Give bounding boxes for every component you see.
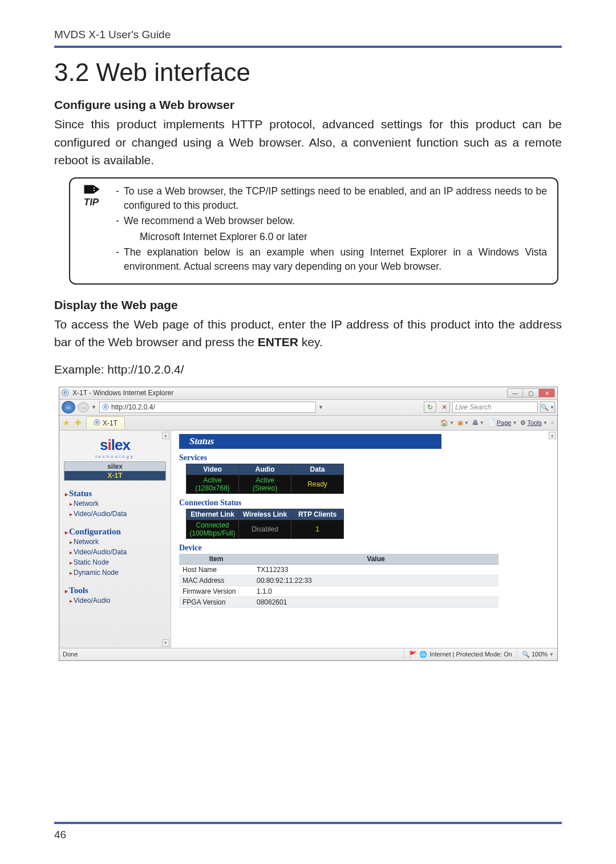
browser-tabbar: ★ ✚ ⓔ X-1T 🏠▼ ▣▼ 🖶▼ 📄 Page▼ ⚙ Tools▼ »	[59, 416, 557, 431]
browser-navbar: ← → ▼ ⓔ http://10.2.0.4/ ▼ ↻ ✕ Live Sear…	[59, 400, 557, 416]
enter-key: ENTER	[258, 335, 298, 348]
example-url: Example: http://10.2.0.4/	[54, 363, 562, 376]
nav-config-dynamic[interactable]: ▸Dynamic Node	[70, 567, 168, 578]
services-col-audio: Audio	[239, 464, 291, 474]
favorites-icon[interactable]: ★	[63, 418, 70, 427]
tip-box: TIP -To use a Web browser, the TCP/IP se…	[69, 177, 558, 285]
device-table: Item Value Host NameTX112233 MAC Address…	[179, 554, 499, 608]
toolbar-home-button[interactable]: 🏠▼	[440, 419, 454, 427]
tip-item-2-sub: Microsoft Internet Explorer 6.0 or later	[140, 230, 547, 244]
services-col-data: Data	[291, 464, 344, 474]
zoom-icon: 🔍	[522, 651, 530, 658]
stop-button[interactable]: ✕	[439, 401, 450, 413]
toolbar-page-button[interactable]: 📄 Page▼	[488, 419, 517, 427]
nav-status-heading[interactable]: ▸Status	[65, 489, 168, 498]
conn-col-eth: Ethernet Link	[187, 509, 239, 520]
conn-wl-val: Disabled	[239, 520, 291, 538]
brand-logo: silex technology	[59, 436, 171, 459]
nav-status-vad[interactable]: ▸Video/Audio/Data	[70, 509, 168, 519]
browser-statusbar: Done 🚩 🌐 Internet | Protected Mode: On 🔍…	[59, 648, 557, 660]
services-audio-val: Active(Stereo)	[239, 474, 291, 493]
status-flag-icon: 🚩	[409, 651, 417, 658]
address-bar[interactable]: ⓔ http://10.2.0.4/	[99, 401, 316, 413]
conn-col-rtp: RTP Clients	[291, 509, 344, 520]
brand-subtext: technology	[59, 454, 171, 459]
window-minimize-button[interactable]: —	[507, 388, 523, 397]
window-maximize-button[interactable]: ▢	[523, 388, 539, 397]
nav-forward-button[interactable]: →	[78, 402, 89, 412]
brand-bar: silex X-1T	[64, 461, 166, 481]
tip-item-3: The explanation below is an example when…	[124, 245, 547, 274]
svg-rect-0	[94, 188, 95, 189]
add-favorites-icon[interactable]: ✚	[75, 418, 82, 427]
brand-bar-row1: silex	[64, 462, 165, 471]
subheading-configure: Configure using a Web browser	[54, 98, 562, 112]
status-zone-text: Internet | Protected Mode: On	[429, 651, 512, 658]
header-rule	[54, 46, 562, 48]
tab-favicon-icon: ⓔ	[94, 418, 100, 428]
sidebar-scroll-down[interactable]: ▾	[162, 639, 169, 647]
ie-favicon-icon: ⓔ	[62, 388, 69, 398]
nav-config-vad[interactable]: ▸Video/Audio/Data	[70, 547, 168, 557]
footer-rule	[54, 822, 562, 824]
svg-rect-1	[94, 190, 95, 191]
running-head: MVDS X-1 User's Guide	[54, 29, 562, 46]
window-title: X-1T - Windows Internet Explorer	[72, 389, 504, 397]
nav-history-dropdown[interactable]: ▼	[91, 404, 97, 410]
conn-eth-val: Connected(100Mbps/Full)	[187, 520, 239, 538]
toolbar-overflow-icon[interactable]: »	[551, 420, 554, 425]
status-globe-icon: 🌐	[419, 651, 427, 658]
nav-tools-va[interactable]: ▸Video/Audio	[70, 595, 168, 606]
para-configure: Since this product implements HTTP proto…	[54, 115, 562, 169]
nav-back-button[interactable]: ←	[62, 401, 75, 413]
zoom-value: 100%	[532, 651, 548, 658]
table-row: MAC Address00:80:92:11:22:33	[179, 575, 499, 586]
device-title: Device	[179, 543, 549, 553]
tab-label: X-1T	[103, 419, 117, 427]
nav-config-heading[interactable]: ▸Configuration	[65, 527, 168, 537]
status-done: Done	[63, 651, 78, 658]
nav-config-static[interactable]: ▸Static Node	[70, 557, 168, 567]
main-scroll-up[interactable]: ▴	[549, 432, 556, 439]
tip-item-2: We recommend a Web browser below.	[124, 214, 547, 228]
sidebar: ▴ silex technology silex X-1T ▸Status ▸N…	[59, 431, 171, 648]
search-button[interactable]: 🔍 ▼	[540, 401, 555, 413]
table-row: FPGA Version08082601	[179, 597, 499, 607]
device-head-item: Item	[179, 554, 253, 565]
nav-status-network[interactable]: ▸Network	[70, 498, 168, 509]
page-number: 46	[54, 829, 66, 841]
tip-icon: TIP	[78, 183, 104, 208]
conn-rtp-val: 1	[291, 520, 344, 538]
conn-col-wl: Wireless Link	[239, 509, 291, 520]
address-bar-text: http://10.2.0.4/	[111, 403, 155, 411]
nav-config-network[interactable]: ▸Network	[70, 537, 168, 547]
nav-tools-heading[interactable]: ▸Tools	[65, 586, 168, 595]
services-video-val: Active(1280x768)	[187, 474, 239, 493]
toolbar-tools-button[interactable]: ⚙ Tools▼	[520, 419, 548, 427]
main-panel: ▴ Status Services Video Audio Data Activ…	[171, 431, 557, 648]
connection-table: Ethernet Link Wireless Link RTP Clients …	[186, 509, 344, 539]
services-data-val: Ready	[291, 474, 344, 493]
status-banner: Status	[179, 434, 441, 449]
tip-label: TIP	[78, 197, 104, 208]
refresh-button[interactable]: ↻	[424, 401, 436, 413]
subheading-display: Display the Web page	[54, 298, 562, 312]
window-titlebar: ⓔ X-1T - Windows Internet Explorer — ▢ ✕	[59, 387, 557, 400]
sidebar-scroll-up[interactable]: ▴	[162, 432, 169, 439]
search-placeholder: Live Search	[455, 403, 491, 411]
services-col-video: Video	[187, 464, 239, 474]
para-display: To access the Web page of this product, …	[54, 315, 562, 351]
toolbar-print-button[interactable]: 🖶▼	[472, 419, 484, 426]
toolbar-feeds-button[interactable]: ▣▼	[457, 419, 469, 427]
window-close-button[interactable]: ✕	[539, 388, 555, 397]
tip-item-1: To use a Web browser, the TCP/IP setting…	[124, 184, 547, 213]
zoom-control[interactable]: 🔍 100% ▼	[522, 651, 554, 658]
address-dropdown[interactable]: ▼	[318, 404, 324, 410]
page-icon: ⓔ	[102, 403, 109, 412]
search-box[interactable]: Live Search	[452, 401, 538, 413]
browser-tab[interactable]: ⓔ X-1T	[86, 416, 125, 429]
services-title: Services	[179, 453, 549, 463]
page-content: ▴ silex technology silex X-1T ▸Status ▸N…	[59, 431, 557, 648]
brand-bar-row2: X-1T	[64, 471, 165, 480]
browser-window: ⓔ X-1T - Windows Internet Explorer — ▢ ✕…	[59, 387, 558, 661]
